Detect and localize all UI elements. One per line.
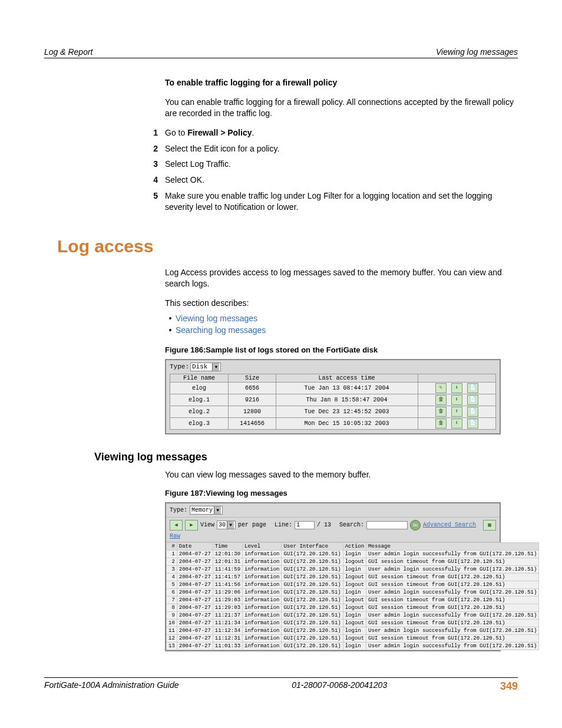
para-intro: You can enable traffic logging for a fir…	[165, 97, 518, 119]
steps-list: 1 Go to Firewall > Policy. 2 Select the …	[165, 127, 518, 213]
table-row: 122004-07-2711:12:31informationGUI(172.2…	[167, 634, 539, 642]
bullet-icon: •	[165, 314, 176, 323]
sub-viewing-log-messages: Viewing log messages	[94, 451, 518, 463]
view-icon[interactable]	[467, 407, 478, 417]
log-message-table: # Date Time Level User Interface Action …	[166, 542, 539, 650]
step-text: Go to Firewall > Policy.	[165, 127, 254, 139]
table-icon[interactable]: ▦	[483, 520, 496, 531]
next-page-icon[interactable]: ▶	[185, 520, 198, 531]
advanced-search-link[interactable]: Advanced Search	[423, 522, 476, 528]
type-label: Type:	[170, 363, 189, 370]
table-row: 132004-07-2711:01:33informationGUI(172.2…	[167, 642, 539, 650]
step-text: Select OK.	[165, 174, 204, 186]
step-num: 1	[146, 127, 158, 139]
footer-left: FortiGate-100A Administration Guide	[44, 680, 179, 693]
search-label: Search:	[339, 522, 364, 528]
para-describes: This section describes:	[165, 298, 518, 309]
table-row: 72004-07-2711:29:03informationGUI(172.20…	[167, 596, 539, 604]
view-label: View	[200, 522, 214, 528]
col-size: Size	[229, 374, 276, 382]
line-total: / 13	[317, 522, 331, 528]
table-row: 102004-07-2711:21:34informationGUI(172.2…	[167, 619, 539, 627]
screenshot-disk-logs: Type: Disk ▼ File name Size Last access …	[165, 359, 501, 434]
download-icon[interactable]	[451, 419, 462, 429]
table-row: 42004-07-2711:41:57informationGUI(172.20…	[167, 573, 539, 581]
figure-187-caption: Figure 187:Viewing log messages	[165, 489, 518, 498]
search-input[interactable]	[366, 521, 408, 529]
download-icon[interactable]	[451, 395, 462, 405]
line-input[interactable]: 1	[295, 521, 315, 529]
table-row: 62004-07-2711:29:06informationGUI(172.20…	[167, 588, 539, 596]
page-number: 349	[500, 680, 518, 693]
link-searching[interactable]: Searching log messages	[176, 325, 266, 335]
col-last-access: Last access time	[276, 374, 418, 382]
table-row: 92004-07-2711:21:37informationGUI(172.20…	[167, 611, 539, 619]
table-row: 82004-07-2711:29:03informationGUI(172.20…	[167, 604, 539, 611]
prev-page-icon[interactable]: ◀	[170, 520, 183, 531]
chevron-down-icon: ▼	[212, 363, 219, 371]
table-row: elog.1 9216 Thu Jan 8 15:58:47 2004	[170, 394, 496, 406]
table-row: 12004-07-2712:01:30informationGUI(172.20…	[167, 550, 539, 558]
step-text: Select the Edit icon for a policy.	[165, 143, 279, 154]
view-icon[interactable]	[467, 419, 478, 429]
header-left: Log & Report	[44, 47, 93, 57]
chevron-down-icon: ▼	[214, 506, 221, 514]
table-row: elog 6656 Tue Jan 13 08:44:17 2004	[170, 382, 496, 394]
step-num: 3	[146, 159, 158, 170]
col-filename: File name	[170, 374, 229, 382]
para-log-access: Log Access provides access to log messag…	[165, 267, 518, 289]
type-select-memory[interactable]: Memory ▼	[190, 506, 223, 515]
chevron-down-icon: ▼	[227, 521, 234, 529]
view-icon[interactable]	[467, 395, 478, 405]
view-select[interactable]: 30 ▼	[217, 521, 236, 529]
col-actions	[418, 374, 495, 382]
table-row: 112004-07-2711:12:34informationGUI(172.2…	[167, 627, 539, 634]
table-row: 32004-07-2711:41:59informationGUI(172.20…	[167, 565, 539, 573]
line-label: Line:	[275, 522, 292, 528]
raw-link[interactable]: Raw	[170, 533, 180, 539]
go-button[interactable]: Go	[410, 520, 421, 531]
edit-icon[interactable]	[435, 383, 447, 393]
figure-186-caption: Figure 186:Sample list of logs stored on…	[165, 345, 518, 354]
bullet-icon: •	[165, 325, 176, 335]
delete-icon[interactable]	[435, 407, 447, 417]
section-log-access: Log access	[57, 236, 518, 256]
step-num: 4	[146, 174, 158, 186]
step-num: 2	[146, 143, 158, 154]
link-viewing[interactable]: Viewing log messages	[176, 314, 257, 323]
footer-center: 01-28007-0068-20041203	[292, 680, 387, 693]
disk-log-table: File name Size Last access time elog 665…	[170, 374, 496, 430]
header-right: Viewing log messages	[436, 47, 518, 57]
step-text: Select Log Traffic.	[165, 159, 231, 170]
type-label: Type:	[170, 507, 187, 513]
para-viewing: You can view log messages saved to the m…	[165, 469, 518, 480]
table-row: 52004-07-2711:41:56informationGUI(172.20…	[167, 581, 539, 588]
download-icon[interactable]	[451, 407, 462, 417]
table-row: 22004-07-2712:01:31informationGUI(172.20…	[167, 558, 539, 565]
download-icon[interactable]	[451, 383, 462, 393]
table-row: elog.3 1414656 Mon Dec 15 10:05:32 2003	[170, 417, 496, 429]
delete-icon[interactable]	[435, 395, 447, 405]
delete-icon[interactable]	[435, 419, 447, 429]
step-text: Make sure you enable traffic log under L…	[165, 190, 518, 213]
type-select[interactable]: Disk ▼	[190, 363, 221, 371]
table-row: elog.2 12800 Tue Dec 23 12:45:52 2003	[170, 406, 496, 417]
view-icon[interactable]	[467, 383, 478, 393]
per-page-label: per page	[238, 522, 266, 528]
step-num: 5	[146, 190, 158, 213]
subhead-enable-logging: To enable traffic logging for a firewall…	[165, 77, 518, 88]
screenshot-memory-logs: Type: Memory ▼ ◀ ▶ View 30 ▼ per page Li…	[165, 502, 501, 651]
